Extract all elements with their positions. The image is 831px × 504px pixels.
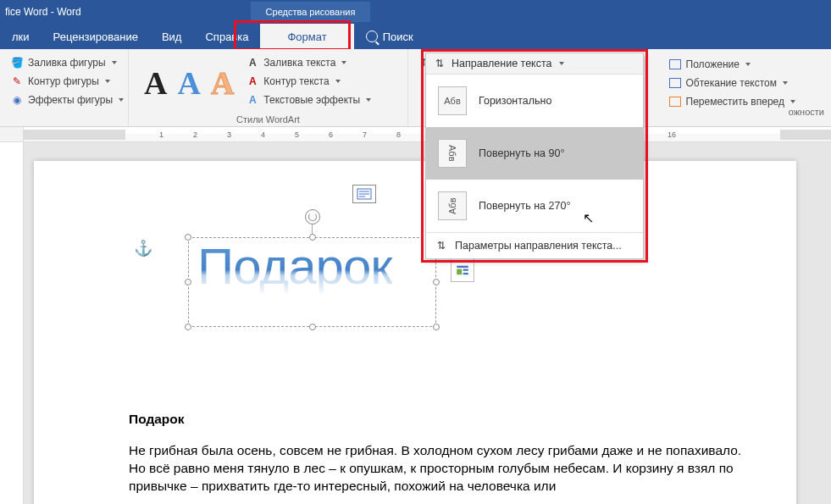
paragraph: Не грибная была осень, совсем не грибная… — [129, 442, 751, 496]
chevron-down-icon — [335, 80, 341, 83]
layout-options-icon — [455, 263, 470, 278]
thumb-rotate-270: Абв — [438, 191, 467, 220]
chevron-down-icon — [366, 98, 371, 102]
text-fill-icon: A — [246, 56, 259, 69]
effects-icon: ◉ — [10, 93, 24, 107]
title-bar: fice Word - Word Средства рисования — [0, 0, 831, 24]
thumb-rotate-90: Абв — [438, 139, 467, 168]
position-icon — [668, 58, 682, 71]
document-area: ⚓ Подарок Подарок Не грибная была осень,… — [0, 142, 831, 504]
outline-icon: ✎ — [10, 75, 24, 88]
direction-rotate-270[interactable]: Абв Повернуть на 270° — [426, 180, 643, 232]
resize-handle[interactable] — [433, 324, 440, 330]
wordart-preset-1[interactable]: A — [144, 64, 167, 102]
shape-effects-button[interactable]: ◉ Эффекты фигуры — [7, 91, 127, 108]
rotate-handle[interactable] — [305, 209, 320, 224]
bring-forward-icon — [668, 95, 682, 108]
heading: Подарок — [129, 412, 751, 427]
thumb-horizontal: Абв — [438, 86, 467, 115]
resize-handle[interactable] — [309, 234, 316, 241]
ruler-corner — [0, 127, 24, 141]
direction-options[interactable]: ⇅ Параметры направления текста... — [426, 232, 643, 258]
text-outline-button[interactable]: A Контур текста — [242, 73, 374, 90]
text-outline-icon: A — [246, 75, 259, 88]
direction-horizontal[interactable]: Абв Горизонтально — [426, 75, 643, 127]
text-effects-icon: A — [246, 93, 259, 107]
tab-links[interactable]: лки — [0, 24, 42, 49]
tab-view[interactable]: Вид — [150, 24, 194, 49]
anchor-icon: ⚓ — [134, 239, 152, 258]
bring-forward-button[interactable]: Переместить вперед — [665, 93, 799, 110]
text-direction-icon: ⇅ — [435, 239, 448, 252]
search-box[interactable]: Поиск — [354, 24, 425, 49]
arrange-controls: Положение Обтекание текстом Переместить … — [665, 56, 799, 110]
horizontal-ruler[interactable]: 21 123 456 789 101112 131415 16 — [0, 127, 831, 142]
body-text[interactable]: Подарок Не грибная была осень, совсем не… — [129, 412, 751, 496]
page[interactable]: ⚓ Подарок Подарок Не грибная была осень,… — [34, 161, 796, 504]
wordart-preset-2[interactable]: A — [177, 64, 200, 102]
wordart-preset-3[interactable]: A — [211, 64, 234, 102]
text-effects-button[interactable]: A Текстовые эффекты — [242, 91, 374, 108]
resize-handle[interactable] — [185, 324, 191, 330]
tab-review[interactable]: Рецензирование — [42, 24, 150, 49]
ribbon: 🪣 Заливка фигуры ✎ Контур фигуры ◉ Эффек… — [0, 49, 831, 127]
contextual-tab-label: Средства рисования — [251, 2, 371, 22]
tab-format[interactable]: Формат — [260, 24, 353, 49]
dropdown-header[interactable]: ⇅ Направление текста — [426, 53, 643, 75]
resize-handle[interactable] — [309, 324, 316, 330]
chevron-down-icon — [341, 61, 346, 64]
wrap-icon — [668, 76, 682, 90]
shape-fill-button[interactable]: 🪣 Заливка фигуры — [7, 54, 127, 71]
resize-handle[interactable] — [433, 279, 440, 285]
ribbon-group-shape-styles: 🪣 Заливка фигуры ✎ Контур фигуры ◉ Эффек… — [0, 49, 129, 126]
chevron-down-icon — [119, 98, 124, 102]
text-direction-icon: ⇅ — [433, 57, 446, 70]
wordart-object[interactable]: Подарок — [188, 237, 436, 327]
chevron-down-icon — [112, 61, 117, 64]
search-label: Поиск — [383, 30, 413, 43]
chevron-down-icon — [745, 63, 751, 66]
svg-rect-2 — [463, 269, 468, 271]
resize-handle[interactable] — [185, 279, 191, 285]
layout-options-button[interactable] — [451, 258, 474, 282]
search-icon — [366, 30, 378, 42]
chevron-down-icon — [105, 80, 110, 83]
direction-rotate-90[interactable]: Абв Повернуть на 90° — [426, 127, 643, 180]
text-fill-button[interactable]: A Заливка текста — [242, 54, 374, 71]
fill-icon: 🪣 — [10, 56, 24, 69]
position-button[interactable]: Положение — [665, 56, 799, 73]
chevron-down-icon — [559, 62, 564, 65]
chevron-down-icon — [790, 100, 795, 103]
text-direction-indicator — [352, 185, 376, 203]
menu-bar: лки Рецензирование Вид Справка Формат По… — [0, 24, 831, 49]
wordart-gallery[interactable]: A A A — [136, 53, 242, 113]
shape-outline-button[interactable]: ✎ Контур фигуры — [7, 73, 127, 90]
wordart-group-label: Стили WordArt — [136, 113, 401, 125]
vertical-ruler[interactable] — [0, 142, 24, 504]
text-direction-dropdown: ⇅ Направление текста Абв Горизонтально А… — [425, 53, 644, 259]
svg-rect-1 — [457, 269, 462, 275]
wordart-text[interactable]: Подарок — [189, 238, 435, 296]
tab-help[interactable]: Справка — [193, 24, 260, 49]
svg-rect-0 — [457, 266, 468, 268]
tab-format-wrap: Формат — [260, 24, 353, 49]
svg-rect-3 — [463, 273, 468, 274]
app-title: fice Word - Word — [0, 6, 81, 18]
ribbon-group-wordart: A A A A Заливка текста A Контур текста A… — [129, 49, 408, 126]
chevron-down-icon — [783, 81, 788, 85]
wrap-text-button[interactable]: Обтекание текстом — [665, 75, 799, 91]
resize-handle[interactable] — [185, 234, 191, 241]
